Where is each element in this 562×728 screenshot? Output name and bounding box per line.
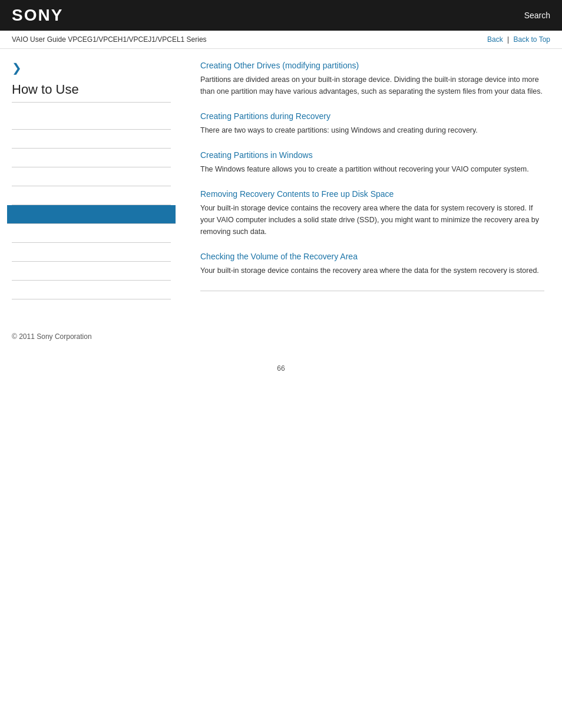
sidebar-item-active[interactable] — [7, 205, 176, 224]
section-checking-volume: Checking the Volume of the Recovery Area… — [200, 252, 544, 276]
section-title-removing-recovery[interactable]: Removing Recovery Contents to Free up Di… — [200, 189, 544, 199]
section-body-creating-partitions-windows: The Windows feature allows you to create… — [200, 163, 544, 175]
sidebar-item-7[interactable] — [12, 224, 171, 243]
breadcrumb-right: Back | Back to Top — [487, 35, 550, 44]
footer: © 2011 Sony Corporation — [0, 321, 562, 353]
sidebar-item-5[interactable] — [12, 186, 171, 205]
header: SONY Search — [0, 0, 562, 31]
back-to-top-link[interactable]: Back to Top — [514, 35, 550, 44]
breadcrumb-bar: VAIO User Guide VPCEG1/VPCEH1/VPCEJ1/VPC… — [0, 31, 562, 49]
main-layout: ❯ How to Use Creating Other Drives (modi… — [0, 49, 562, 321]
section-title-checking-volume[interactable]: Checking the Volume of the Recovery Area — [200, 252, 544, 261]
sidebar-item-3[interactable] — [12, 149, 171, 167]
section-body-creating-other-drives: Partitions are divided areas on your bui… — [200, 74, 544, 97]
section-title-creating-partitions-recovery[interactable]: Creating Partitions during Recovery — [200, 111, 544, 121]
back-link[interactable]: Back — [487, 35, 503, 44]
sidebar-item-2[interactable] — [12, 130, 171, 149]
search-button[interactable]: Search — [524, 11, 550, 20]
sidebar-arrow-icon[interactable]: ❯ — [12, 61, 171, 75]
section-body-creating-partitions-recovery: There are two ways to create partitions:… — [200, 124, 544, 136]
sidebar-item-1[interactable] — [12, 111, 171, 130]
section-title-creating-other-drives[interactable]: Creating Other Drives (modifying partiti… — [200, 61, 544, 70]
section-title-creating-partitions-windows[interactable]: Creating Partitions in Windows — [200, 150, 544, 160]
sony-logo: SONY — [12, 6, 63, 25]
copyright: © 2011 Sony Corporation — [12, 332, 92, 341]
sidebar-item-10[interactable] — [12, 281, 171, 299]
page-number: 66 — [0, 364, 562, 373]
sidebar-title: How to Use — [12, 82, 171, 103]
section-removing-recovery: Removing Recovery Contents to Free up Di… — [200, 189, 544, 238]
section-creating-other-drives: Creating Other Drives (modifying partiti… — [200, 61, 544, 97]
sidebar-item-4[interactable] — [12, 167, 171, 186]
breadcrumb-left: VAIO User Guide VPCEG1/VPCEH1/VPCEJ1/VPC… — [12, 35, 207, 44]
section-body-removing-recovery: Your built-in storage device contains th… — [200, 202, 544, 238]
section-creating-partitions-recovery: Creating Partitions during Recovery Ther… — [200, 111, 544, 136]
section-body-checking-volume: Your built-in storage device contains th… — [200, 265, 544, 276]
content-area: Creating Other Drives (modifying partiti… — [183, 49, 562, 321]
breadcrumb-separator: | — [507, 35, 509, 44]
section-creating-partitions-windows: Creating Partitions in Windows The Windo… — [200, 150, 544, 175]
sidebar-item-9[interactable] — [12, 262, 171, 281]
sidebar: ❯ How to Use — [0, 49, 183, 321]
sidebar-item-8[interactable] — [12, 243, 171, 262]
content-divider — [200, 291, 544, 291]
